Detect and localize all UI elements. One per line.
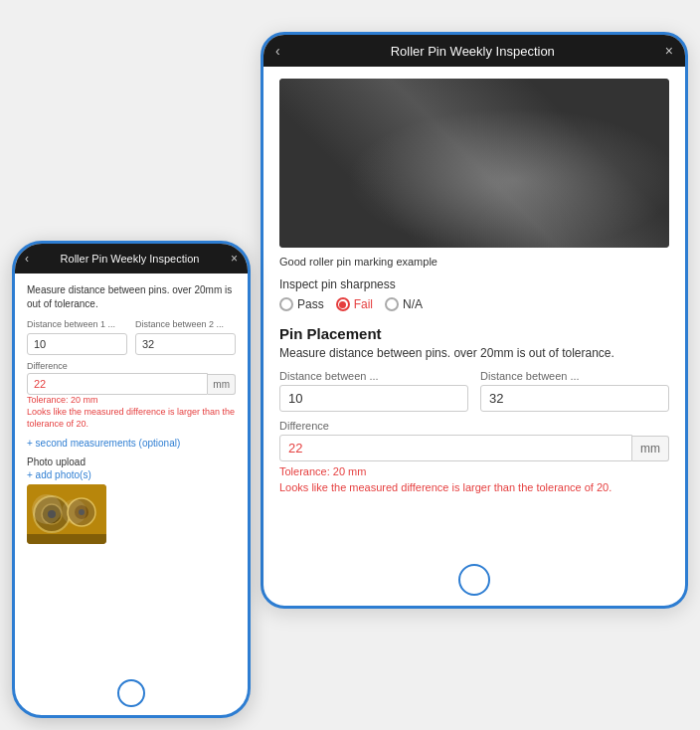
radio-pass-circle xyxy=(279,297,293,311)
tablet-difference-wrapper: mm xyxy=(279,435,669,461)
svg-point-23 xyxy=(75,505,88,519)
radio-na[interactable]: N/A xyxy=(385,297,423,311)
tablet-title: Roller Pin Weekly Inspection xyxy=(280,44,665,59)
svg-rect-1 xyxy=(285,79,663,138)
tablet-content: Good roller pin marking example Inspect … xyxy=(263,67,685,554)
phone-home-circle[interactable] xyxy=(117,679,145,707)
svg-point-8 xyxy=(462,171,486,195)
tablet-distance1-input[interactable] xyxy=(279,385,468,412)
tablet-unit-badge: mm xyxy=(632,436,669,461)
svg-point-7 xyxy=(449,158,499,208)
phone-second-measurements-link[interactable]: + second measurements (optional) xyxy=(27,438,236,449)
tablet-difference-input[interactable] xyxy=(279,435,632,461)
svg-rect-25 xyxy=(27,534,106,544)
tablet-home-circle[interactable] xyxy=(458,564,490,596)
tablet-close-icon[interactable]: × xyxy=(665,43,673,59)
svg-rect-2 xyxy=(345,89,604,96)
phone-distance1-group: Distance between 1 ... xyxy=(27,319,127,355)
svg-rect-17 xyxy=(454,171,494,173)
phone-add-photo-link[interactable]: + add photo(s) xyxy=(27,469,236,480)
machine-image xyxy=(279,79,669,248)
phone-content: Measure distance between pins. over 20mm… xyxy=(15,274,248,671)
tablet-distance1-label: Distance between ... xyxy=(279,370,468,382)
svg-rect-11 xyxy=(514,148,534,188)
phone-difference-label: Difference xyxy=(27,361,236,371)
tablet-tolerance-text: Tolerance: 20 mm xyxy=(279,465,669,477)
tablet-distance1-group: Distance between ... xyxy=(279,370,468,412)
tablet-difference-row: Difference mm xyxy=(279,420,669,461)
phone-title: Roller Pin Weekly Inspection xyxy=(29,253,231,265)
svg-rect-13 xyxy=(345,203,604,209)
phone-tolerance-text: Tolerance: 20 mm xyxy=(27,395,236,405)
svg-point-20 xyxy=(42,504,62,524)
svg-point-19 xyxy=(34,496,70,532)
phone-description: Measure distance between pins. over 20mm… xyxy=(27,283,236,311)
radio-na-circle xyxy=(385,297,399,311)
phone-warning-text: Looks like the measured difference is la… xyxy=(27,407,236,430)
radio-fail[interactable]: Fail xyxy=(336,297,373,311)
svg-rect-10 xyxy=(415,148,435,188)
phone-close-icon[interactable]: × xyxy=(231,252,238,266)
image-caption: Good roller pin marking example xyxy=(279,256,669,268)
tablet-distance2-group: Distance between ... xyxy=(480,370,669,412)
tablet-warning-text: Looks like the measured difference is la… xyxy=(279,480,669,494)
radio-pass-label: Pass xyxy=(297,297,324,311)
phone-distance-row: Distance between 1 ... Distance between … xyxy=(27,319,236,355)
svg-point-21 xyxy=(48,510,56,518)
phone-photo-thumbnail[interactable] xyxy=(27,484,106,544)
tablet-distance-row: Distance between ... Distance between ..… xyxy=(279,370,669,412)
tablet-distance2-input[interactable] xyxy=(480,385,669,412)
phone-photo-section: Photo upload + add photo(s) xyxy=(27,456,236,544)
svg-rect-0 xyxy=(285,79,663,248)
sharpness-radio-group: Pass Fail N/A xyxy=(279,297,669,311)
phone-unit-badge: mm xyxy=(208,374,236,395)
phone-distance2-input[interactable] xyxy=(135,333,236,355)
phone-difference-input[interactable] xyxy=(27,373,208,395)
phone-difference-wrapper: mm xyxy=(27,373,236,395)
phone-distance1-input[interactable] xyxy=(27,333,127,355)
svg-rect-4 xyxy=(385,116,564,131)
phone-device: ‹ Roller Pin Weekly Inspection × Measure… xyxy=(12,241,251,718)
tablet-section-title: Pin Placement xyxy=(279,325,669,342)
svg-point-6 xyxy=(439,148,509,218)
svg-rect-3 xyxy=(365,103,584,109)
svg-rect-5 xyxy=(435,133,514,183)
tablet-description: Measure distance between pins. over 20mm… xyxy=(279,346,669,360)
tablet-device: ‹ Roller Pin Weekly Inspection × xyxy=(261,32,688,609)
radio-fail-label: Fail xyxy=(354,297,373,311)
svg-rect-12 xyxy=(335,198,613,238)
phone-photo-label: Photo upload xyxy=(27,456,236,467)
svg-point-9 xyxy=(469,178,479,188)
phone-distance1-label: Distance between 1 ... xyxy=(27,319,127,329)
tablet-distance2-label: Distance between ... xyxy=(480,370,669,382)
inspect-label: Inspect pin sharpness xyxy=(279,277,669,291)
radio-fail-circle xyxy=(336,297,350,311)
svg-point-24 xyxy=(79,509,85,515)
svg-rect-16 xyxy=(444,166,504,169)
tablet-difference-label: Difference xyxy=(279,420,669,432)
radio-pass[interactable]: Pass xyxy=(279,297,324,311)
svg-point-22 xyxy=(68,498,95,526)
phone-distance2-group: Distance between 2 ... xyxy=(135,319,236,355)
tablet-header: ‹ Roller Pin Weekly Inspection × xyxy=(263,35,685,67)
tablet-home-button-area xyxy=(263,554,685,606)
scene: ‹ Roller Pin Weekly Inspection × xyxy=(12,12,688,718)
phone-distance2-label: Distance between 2 ... xyxy=(135,319,236,329)
svg-rect-14 xyxy=(345,216,544,221)
phone-home-button-area xyxy=(15,671,248,715)
radio-na-label: N/A xyxy=(403,297,423,311)
phone-header: ‹ Roller Pin Weekly Inspection × xyxy=(15,244,248,274)
